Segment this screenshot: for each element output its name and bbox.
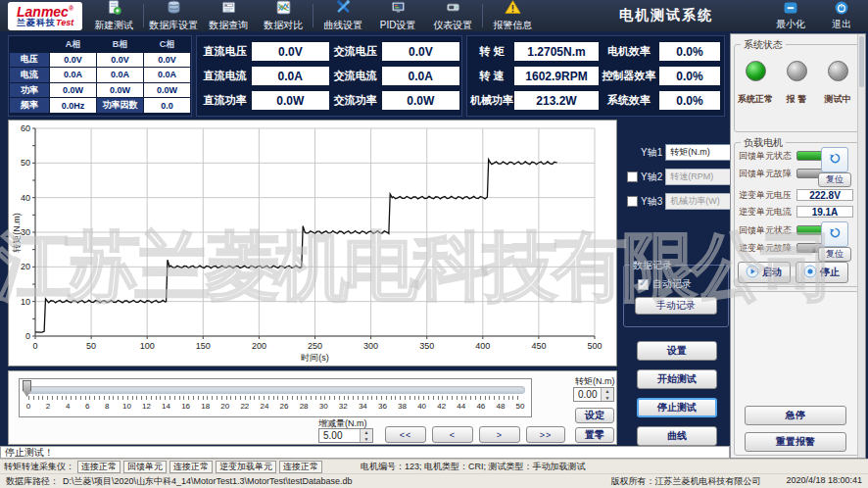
message-bar: 停止测试！ — [0, 446, 730, 459]
svg-text:50: 50 — [21, 158, 30, 168]
emergency-stop-button[interactable]: 急停 — [745, 406, 846, 425]
manual-record-button[interactable]: 手动记录 — [635, 297, 717, 315]
reset-alarm-button[interactable]: 重置报警 — [745, 432, 846, 452]
toolbar-item-database[interactable]: 数据库设置 — [146, 0, 201, 32]
auto-record-checkbox[interactable] — [638, 279, 649, 290]
db-path-label: 数据库路径： — [6, 475, 59, 488]
acq-label: 转矩转速采集仪： — [4, 461, 74, 473]
svg-text:0: 0 — [32, 341, 37, 351]
inverter-reset-icon-button[interactable] — [821, 221, 848, 247]
toolbar-item-new-test[interactable]: 新建测试 — [86, 0, 141, 32]
controller-eff-value: 0.0% — [659, 67, 720, 85]
voltage-row-label: 电压 — [10, 53, 49, 68]
refresh-icon — [828, 225, 843, 244]
step-forward-button[interactable]: > — [479, 426, 520, 443]
slider-tick-label: 50 — [516, 402, 525, 411]
settings-button[interactable]: 设置 — [637, 341, 717, 361]
query-icon — [220, 0, 237, 18]
minimize-icon — [783, 0, 798, 18]
y2-checkbox[interactable] — [627, 171, 638, 182]
feedback-status-label: 回馈单元状态 — [739, 150, 794, 163]
system-eff-label: 系统效率 — [599, 93, 659, 108]
dc-ac-metrics-panel: 直流电压0.0V交流电压0.0V 直流电流0.0A交流电流0.0A 直流功率0.… — [196, 35, 462, 117]
system-status-group: 系统状态 系统正常 报 警 测试中 — [734, 44, 859, 132]
power-c-value: 0.0W — [144, 83, 190, 98]
system-normal-led — [746, 61, 766, 81]
slider-tick-label: 2 — [46, 402, 50, 411]
slider-handle[interactable] — [23, 380, 31, 397]
feedback-reset-button[interactable]: 复位 — [818, 172, 851, 187]
database-icon — [166, 0, 182, 18]
toolbar-separator — [313, 4, 313, 27]
spinner-arrows-icon[interactable]: ▲▼ — [601, 388, 613, 401]
y3-checkbox[interactable] — [627, 196, 638, 207]
dc-current-value: 0.0A — [252, 67, 329, 85]
torque-label: 转 矩 — [469, 44, 514, 59]
toolbar-item-label: 数据库设置 — [149, 19, 198, 32]
svg-text:100: 100 — [140, 341, 155, 351]
dc-voltage-value: 0.0V — [252, 42, 329, 61]
inverter-fault-label: 逆变单元故障 — [739, 242, 794, 255]
toolbar-item-pid-settings[interactable]: PID设置 — [370, 0, 425, 32]
window-title: 电机测试系统 — [619, 7, 713, 24]
power-b-value: 0.0W — [97, 83, 143, 98]
ac-current-value: 0.0A — [382, 67, 459, 85]
step-forward-fast-button[interactable]: >> — [526, 426, 565, 443]
phase-c-header: C相 — [144, 37, 190, 52]
slider-tick-label: 32 — [339, 402, 348, 411]
alarm-led — [787, 61, 807, 81]
inverter-reset-button[interactable]: 复位 — [818, 247, 851, 262]
power-a-value: 0.0W — [50, 83, 96, 98]
toolbar-item-alarm[interactable]: 报警信息 — [485, 0, 540, 32]
curve-button[interactable]: 曲线 — [637, 426, 717, 446]
svg-text:200: 200 — [252, 341, 266, 351]
feedback-status-chip: 连接正常 — [169, 461, 213, 473]
step-back-button[interactable]: < — [432, 426, 473, 443]
acq-status-chip: 连接正常 — [77, 461, 121, 473]
toolbar-item-label: PID设置 — [380, 19, 416, 32]
copyright-text: 版权所有：江苏兰菱机电科技有限公司 — [610, 475, 760, 488]
toolbar-item-query[interactable]: 数据查询 — [201, 0, 256, 32]
speed-label: 转 速 — [469, 69, 514, 83]
feedback-reset-icon-button[interactable] — [821, 147, 848, 172]
scrollbar[interactable] — [857, 34, 865, 458]
set-torque-button[interactable]: 设定 — [575, 408, 614, 423]
stop-button[interactable]: 停止 — [796, 262, 848, 283]
exit-button[interactable]: 退出 — [823, 0, 860, 31]
voltage-c-value: 0.0V — [144, 53, 190, 68]
freq-value: 0.0Hz — [50, 98, 96, 113]
slider-tick-label: 4 — [66, 402, 70, 411]
toolbar-separator — [482, 4, 483, 27]
step-amount-spinner[interactable]: 5.00▲▼ — [318, 428, 373, 443]
dc-power-label: 直流功率 — [199, 93, 252, 108]
slider-tick-label: 10 — [122, 402, 131, 411]
system-eff-value: 0.0% — [659, 91, 720, 110]
slider-tick-label: 14 — [162, 402, 170, 411]
scrollbar-thumb[interactable] — [859, 36, 864, 87]
slider-tick-label: 26 — [280, 402, 289, 411]
registered-mark: ® — [69, 5, 73, 12]
stop-icon — [803, 265, 817, 280]
minimize-button[interactable]: 最小化 — [772, 0, 809, 31]
toolbar-item-meter-settings[interactable]: 仪表设置 — [425, 0, 480, 32]
zero-torque-button[interactable]: 置零 — [575, 427, 614, 443]
toolbar-item-curve-settings[interactable]: 曲线设置 — [315, 0, 370, 32]
svg-text:40: 40 — [21, 193, 30, 203]
logo-test-text: Test — [56, 18, 73, 27]
y1-axis-row: Y轴1 转矩(N.m)▼ — [627, 144, 742, 161]
start-test-button[interactable]: 开始测试 — [637, 369, 717, 389]
toolbar-item-label: 数据对比 — [264, 19, 303, 32]
slider-track[interactable] — [25, 386, 525, 394]
connection-status-bar: 转矩转速采集仪： 连接正常 回馈单元 连接正常 逆变加载单元 连接正常 电机编号… — [0, 459, 868, 473]
stop-test-button[interactable]: 停止测试 — [637, 398, 717, 417]
alarm-icon — [505, 0, 521, 18]
svg-text:20: 20 — [21, 262, 30, 271]
power-row-label: 功率 — [10, 83, 49, 98]
spinner-arrows-icon[interactable]: ▲▼ — [360, 429, 372, 442]
step-back-fast-button[interactable]: << — [385, 426, 426, 443]
target-torque-spinner[interactable]: 0.00▲▼ — [573, 387, 614, 402]
svg-text:450: 450 — [531, 341, 546, 351]
freq-row-label: 频率 — [10, 98, 49, 113]
toolbar-item-compare[interactable]: 数据对比 — [256, 0, 311, 32]
start-button[interactable]: 启动 — [738, 262, 791, 283]
